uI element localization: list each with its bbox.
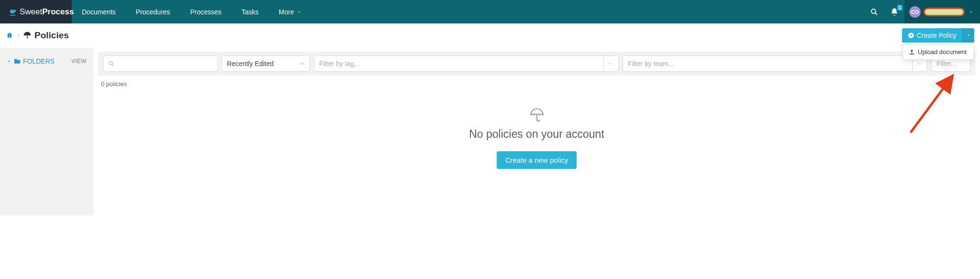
page-title: Policies [23,30,69,41]
page-title-text: Policies [34,30,69,41]
empty-state: No policies on your account Create a new… [93,92,980,183]
tag-filter[interactable]: Filter by tag... [314,56,619,72]
logo-text-sweet: Sweet [20,7,42,17]
user-name-redacted [924,8,965,16]
sub-header: › Policies Create Policy Upload document [0,23,980,48]
create-policy-label: Create Policy [917,32,957,39]
search-input-wrap[interactable] [103,56,218,72]
chevron-down-icon [299,61,305,67]
upload-document-item[interactable]: Upload document [903,45,974,59]
home-icon [6,32,13,39]
nav-procedures[interactable]: Procedures [126,0,180,23]
sort-select-value: Recently Edited [227,60,274,67]
extra-filter-placeholder: Filter... [936,60,957,67]
nav-documents[interactable]: Documents [72,0,126,23]
chevron-down-icon [297,10,301,14]
svg-line-1 [875,12,877,14]
team-filter-placeholder: Filter by team... [628,60,674,67]
top-nav: SweetProcess Documents Procedures Proces… [0,0,980,23]
create-new-policy-button[interactable]: Create a new policy [497,151,577,169]
logo[interactable]: SweetProcess [0,0,72,23]
chevron-down-icon [969,10,973,14]
main-panel: Recently Edited Filter by tag... Filter … [93,48,980,215]
sidebar-view[interactable]: VIEW [71,58,87,65]
cup-icon [9,8,17,16]
sort-select[interactable]: Recently Edited [222,56,310,72]
umbrella-icon [23,31,32,40]
filter-bar: Recently Edited Filter by tag... Filter … [98,52,975,76]
breadcrumb-sep: › [17,32,19,39]
caret-down-icon [967,33,970,37]
logo-text-process: Process [42,7,74,17]
nav-processes[interactable]: Processes [180,0,231,23]
svg-point-0 [871,9,876,13]
avatar: CO [909,6,921,18]
sidebar: FOLDERS VIEW [0,48,93,215]
user-menu[interactable]: CO [904,0,980,23]
create-policy-group: Create Policy Upload document [902,28,974,43]
notification-count-badge: 1 [897,5,902,11]
umbrella-icon [93,107,980,123]
plus-circle-icon [908,32,914,39]
sidebar-folders-label: FOLDERS [23,57,55,65]
svg-line-4 [112,64,113,66]
create-policy-button[interactable]: Create Policy [902,28,962,43]
search-button[interactable] [864,0,884,23]
search-icon [870,8,879,16]
notifications-button[interactable]: 1 [884,0,904,23]
chevron-down-icon [603,56,613,71]
upload-document-label: Upload document [918,48,967,56]
create-policy-dropdown-toggle[interactable] [962,28,974,43]
nav-more-label: More [279,8,294,16]
main-nav: Documents Procedures Processes Tasks Mor… [72,0,312,23]
top-right: 1 CO [864,0,980,23]
upload-icon [909,49,915,55]
empty-message: No policies on your account [93,128,980,141]
folder-icon [13,57,21,65]
nav-tasks[interactable]: Tasks [232,0,269,23]
nav-more[interactable]: More [269,0,312,23]
chevron-right-icon [7,59,11,64]
policy-count: 0 policies [93,76,980,92]
sidebar-folders[interactable]: FOLDERS [7,57,55,65]
content-body: FOLDERS VIEW Recently Edited Filter by t… [0,48,980,215]
tag-filter-placeholder: Filter by tag... [319,60,360,67]
team-filter[interactable]: Filter by team... [623,56,927,72]
breadcrumb-home[interactable] [6,32,13,39]
create-policy-dropdown: Upload document [902,44,974,60]
svg-point-3 [109,61,112,65]
search-input[interactable] [118,59,212,68]
search-icon [108,60,115,67]
